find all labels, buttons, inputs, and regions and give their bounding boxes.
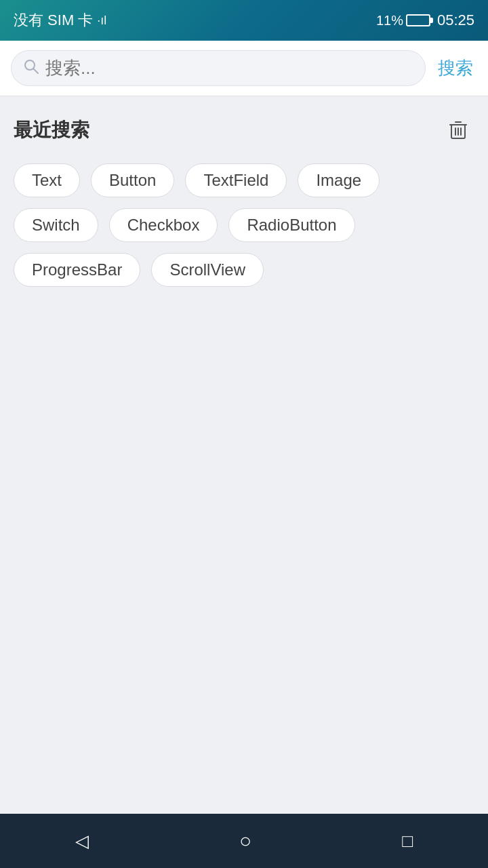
search-button[interactable]: 搜索 [434, 54, 477, 83]
clear-history-button[interactable] [442, 113, 474, 147]
trash-icon [446, 117, 470, 141]
status-right: 11% 05:25 [376, 12, 474, 29]
home-button[interactable]: ○ [226, 823, 265, 859]
tag-item[interactable]: ProgressBar [14, 253, 140, 287]
recents-button[interactable]: □ [388, 824, 426, 859]
recent-title: 最近搜索 [14, 117, 89, 143]
svg-line-1 [34, 69, 39, 74]
battery-icon [406, 14, 430, 26]
tag-item[interactable]: RadioButton [228, 208, 354, 242]
main-content: 最近搜索 TextButtonTextFieldImageSwitchCheck… [0, 96, 488, 814]
recent-header: 最近搜索 [14, 113, 474, 147]
search-input[interactable] [45, 58, 413, 79]
signal-icon: ·ıl [97, 14, 106, 28]
status-left: 没有 SIM 卡 ·ıl [14, 10, 106, 31]
tag-item[interactable]: Image [298, 163, 380, 197]
search-input-wrapper [11, 50, 426, 86]
tags-container: TextButtonTextFieldImageSwitchCheckboxRa… [14, 163, 474, 287]
bottom-nav: ◁ ○ □ [0, 814, 488, 868]
search-icon [24, 59, 39, 77]
search-area: 搜索 [0, 41, 488, 96]
tag-item[interactable]: ScrollView [151, 253, 264, 287]
tag-item[interactable]: Button [91, 163, 174, 197]
battery-container: 11% [376, 13, 430, 28]
time-text: 05:25 [437, 12, 474, 29]
carrier-text: 没有 SIM 卡 [14, 10, 93, 31]
back-button[interactable]: ◁ [62, 824, 102, 859]
tag-item[interactable]: Switch [14, 208, 98, 242]
tag-item[interactable]: TextField [185, 163, 287, 197]
battery-percent: 11% [376, 13, 403, 28]
tag-item[interactable]: Checkbox [109, 208, 218, 242]
tag-item[interactable]: Text [14, 163, 80, 197]
status-bar: 没有 SIM 卡 ·ıl 11% 05:25 [0, 0, 488, 41]
